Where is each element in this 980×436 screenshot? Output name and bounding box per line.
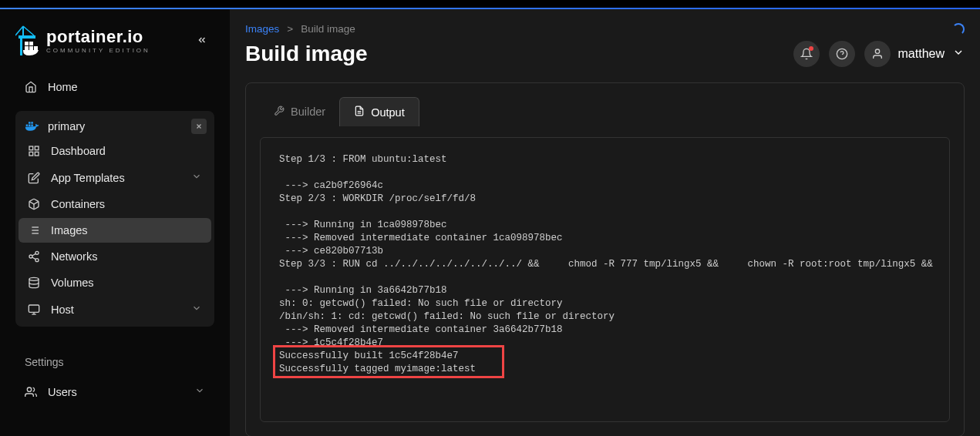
loading-spinner-icon: [952, 23, 965, 35]
username: matthew: [898, 47, 945, 61]
nav-label: Networks: [51, 250, 97, 263]
tab-label: Builder: [291, 106, 325, 118]
settings-section-label: Settings: [15, 350, 214, 374]
svg-rect-16: [35, 146, 39, 150]
docker-icon: [26, 120, 39, 132]
nav-images[interactable]: Images: [19, 218, 211, 243]
chevron-down-icon: [191, 171, 202, 184]
svg-rect-6: [29, 42, 33, 45]
box-icon: [28, 198, 40, 210]
nav-label: Containers: [51, 198, 105, 210]
database-icon: [28, 277, 40, 289]
output-text: Step 1/3 : FROM ubuntu:latest ---> ca2b0…: [279, 153, 931, 376]
tab-builder[interactable]: Builder: [260, 97, 339, 126]
nav-networks[interactable]: Networks: [19, 244, 211, 269]
user-menu[interactable]: matthew: [864, 41, 965, 67]
svg-point-28: [35, 259, 39, 262]
share-icon: [28, 250, 40, 263]
svg-rect-9: [34, 46, 38, 50]
users-icon: [25, 386, 37, 398]
svg-rect-15: [29, 146, 33, 150]
svg-rect-8: [29, 46, 33, 50]
sidebar-collapse-button[interactable]: [190, 28, 214, 52]
server-icon: [28, 304, 40, 316]
logo[interactable]: portainer.io COMMUNITY EDITION: [15, 25, 150, 55]
svg-rect-13: [29, 122, 31, 124]
page-title: Build image: [245, 42, 368, 66]
nav-label: Dashboard: [51, 145, 106, 157]
user-avatar-icon: [864, 41, 891, 67]
breadcrumb: Images > Build image: [245, 23, 965, 35]
environment-name: primary: [48, 120, 85, 132]
svg-rect-10: [26, 125, 29, 127]
svg-rect-14: [31, 122, 33, 124]
svg-rect-7: [25, 46, 29, 50]
svg-point-26: [35, 251, 39, 254]
nav-label: Users: [48, 386, 77, 398]
svg-rect-0: [19, 35, 35, 39]
nav-host[interactable]: Host: [19, 297, 211, 322]
tabs: Builder Output: [260, 97, 950, 126]
logo-edition: COMMUNITY EDITION: [46, 47, 150, 54]
help-button[interactable]: [829, 41, 855, 67]
main-content: Images > Build image Build image matthew: [230, 9, 980, 436]
content-panel: Builder Output Step 1/3 : FROM ubuntu:la…: [245, 82, 965, 436]
tab-output[interactable]: Output: [339, 97, 419, 126]
notifications-button[interactable]: [793, 41, 820, 67]
svg-rect-17: [35, 152, 39, 156]
svg-rect-1: [20, 39, 22, 55]
nav-dashboard[interactable]: Dashboard: [19, 139, 211, 163]
nav-volumes[interactable]: Volumes: [19, 270, 211, 295]
nav-label: Volumes: [51, 277, 94, 289]
chevron-down-icon: [194, 385, 205, 398]
environment-box: primary Dashboard App Templates Conta: [15, 111, 214, 327]
svg-point-31: [29, 277, 39, 280]
svg-rect-32: [29, 305, 39, 312]
wrench-icon: [274, 106, 285, 119]
file-icon: [354, 106, 365, 119]
chevron-down-icon: [952, 46, 965, 62]
svg-line-30: [32, 253, 36, 256]
notification-dot-icon: [809, 46, 813, 51]
svg-point-38: [875, 49, 879, 53]
svg-line-29: [32, 257, 36, 260]
tab-label: Output: [371, 106, 405, 119]
svg-rect-5: [25, 42, 29, 45]
logo-name: portainer.io: [46, 27, 150, 47]
nav-app-templates[interactable]: App Templates: [19, 165, 211, 190]
breadcrumb-link-images[interactable]: Images: [245, 23, 279, 35]
dashboard-icon: [28, 145, 40, 157]
sidebar: portainer.io COMMUNITY EDITION Home prim…: [0, 9, 230, 436]
portainer-logo-icon: [15, 25, 40, 55]
output-console[interactable]: Step 1/3 : FROM ubuntu:latest ---> ca2b0…: [260, 137, 950, 422]
nav-label: Host: [51, 304, 74, 316]
svg-rect-11: [29, 125, 31, 127]
home-icon: [25, 81, 37, 93]
svg-rect-12: [31, 125, 33, 127]
breadcrumb-separator: >: [287, 23, 293, 35]
nav-label: Images: [51, 224, 88, 236]
environment-close-button[interactable]: [191, 119, 207, 134]
svg-point-27: [29, 255, 32, 258]
breadcrumb-current: Build image: [301, 23, 355, 35]
svg-point-35: [27, 387, 31, 391]
list-icon: [28, 224, 40, 236]
nav-containers[interactable]: Containers: [19, 192, 211, 216]
nav-home[interactable]: Home: [15, 75, 214, 99]
svg-line-3: [23, 26, 34, 35]
nav-label: App Templates: [51, 172, 125, 184]
nav-label: Home: [48, 81, 78, 93]
nav-users[interactable]: Users: [15, 379, 214, 404]
chevron-down-icon: [191, 303, 202, 316]
svg-line-4: [15, 26, 23, 35]
edit-icon: [28, 172, 40, 184]
environment-header[interactable]: primary: [19, 114, 211, 139]
svg-rect-18: [29, 152, 33, 156]
